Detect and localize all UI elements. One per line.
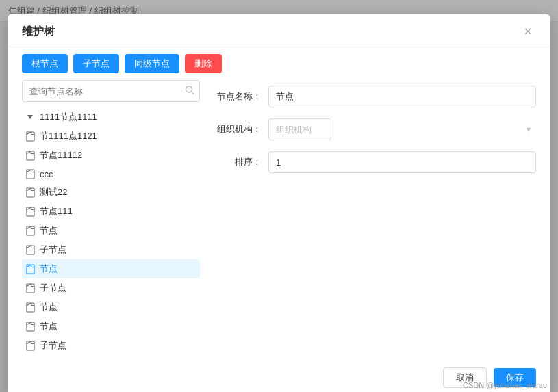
file-icon — [25, 168, 36, 179]
sibling-node-button[interactable]: 同级节点 — [125, 54, 179, 73]
sort-label: 排序： — [214, 156, 262, 168]
tree-list: 1111节点1111节1111点1121节点11112ccc测试22节点111节… — [22, 107, 200, 355]
tree-item[interactable]: 节点 — [22, 317, 200, 336]
file-icon — [25, 225, 36, 236]
node-name-input[interactable] — [268, 86, 536, 107]
tree-item-label: 节点 — [40, 301, 58, 313]
file-icon — [25, 340, 36, 351]
tree-item-label: 节点 — [40, 224, 58, 237]
tree-item-label: 节点 — [40, 320, 58, 332]
file-icon — [25, 131, 36, 142]
file-icon — [25, 150, 36, 161]
tree-item[interactable]: 1111节点1111 — [22, 107, 200, 127]
tree-item[interactable]: ccc — [22, 165, 200, 183]
child-node-button[interactable]: 子节点 — [73, 54, 119, 73]
file-icon — [25, 244, 36, 255]
form-row-sort: 排序： — [214, 151, 536, 173]
tree-item-label: ccc — [40, 169, 53, 179]
org-label: 组织机构： — [214, 123, 262, 135]
modal-header: 维护树 × — [8, 14, 550, 47]
expand-icon — [25, 112, 36, 122]
svg-marker-2 — [27, 115, 33, 119]
svg-line-1 — [192, 92, 194, 94]
file-icon — [25, 283, 36, 293]
search-icon — [185, 86, 194, 97]
form-row-org: 组织机构： 组织机构 ▾ — [214, 118, 536, 140]
tree-item[interactable]: 节点 — [22, 221, 200, 240]
form-row-name: 节点名称： — [214, 86, 536, 107]
root-node-button[interactable]: 根节点 — [22, 54, 68, 73]
tree-item[interactable]: 节点 — [22, 259, 200, 278]
file-icon — [25, 206, 36, 217]
search-box — [22, 80, 200, 102]
file-icon — [25, 263, 36, 274]
tree-item[interactable]: 节点11112 — [22, 146, 200, 165]
tree-item[interactable]: 节点 — [22, 298, 200, 317]
file-icon — [25, 302, 36, 313]
watermark: CSDN @yunzhan_wurao — [463, 381, 547, 389]
file-icon — [25, 321, 36, 332]
org-select[interactable]: 组织机构 — [268, 118, 331, 140]
close-button[interactable]: × — [520, 23, 536, 40]
tree-item-label: 子节点 — [40, 339, 66, 352]
tree-item[interactable]: 测试22 — [22, 183, 200, 202]
tree-item[interactable]: 子节点 — [22, 240, 200, 259]
tree-item-label: 节点11112 — [40, 149, 82, 161]
tree-item[interactable]: 子节点 — [22, 336, 200, 355]
org-select-wrapper: 组织机构 ▾ — [268, 118, 536, 140]
file-icon — [25, 187, 36, 198]
chevron-down-icon: ▾ — [527, 125, 531, 134]
node-name-label: 节点名称： — [214, 90, 262, 103]
left-panel: 1111节点1111节1111点1121节点11112ccc测试22节点111节… — [22, 80, 200, 355]
tree-item-label: 1111节点1111 — [40, 111, 97, 123]
sort-input[interactable] — [268, 151, 536, 173]
tree-item-label: 节1111点1121 — [40, 130, 97, 142]
modal-dialog: 维护树 × 根节点 子节点 同级节点 删除 1111节点1111节1111 — [8, 14, 550, 392]
tree-item[interactable]: 子节点 — [22, 278, 200, 298]
tree-item-label: 节点111 — [40, 205, 73, 218]
tree-item-label: 子节点 — [40, 244, 66, 256]
right-panel: 节点名称： 组织机构： 组织机构 ▾ 排序： — [214, 80, 536, 355]
tree-item[interactable]: 节1111点1121 — [22, 127, 200, 146]
search-input[interactable] — [22, 80, 200, 102]
tree-item[interactable]: 节点111 — [22, 202, 200, 221]
toolbar: 根节点 子节点 同级节点 删除 — [8, 47, 550, 80]
tree-item-label: 节点 — [40, 263, 58, 275]
tree-item-label: 测试22 — [40, 186, 67, 198]
modal-body: 1111节点1111节1111点1121节点11112ccc测试22节点111节… — [8, 80, 550, 362]
tree-item-label: 子节点 — [40, 282, 66, 294]
delete-button[interactable]: 删除 — [185, 54, 222, 73]
modal-title: 维护树 — [22, 25, 55, 39]
